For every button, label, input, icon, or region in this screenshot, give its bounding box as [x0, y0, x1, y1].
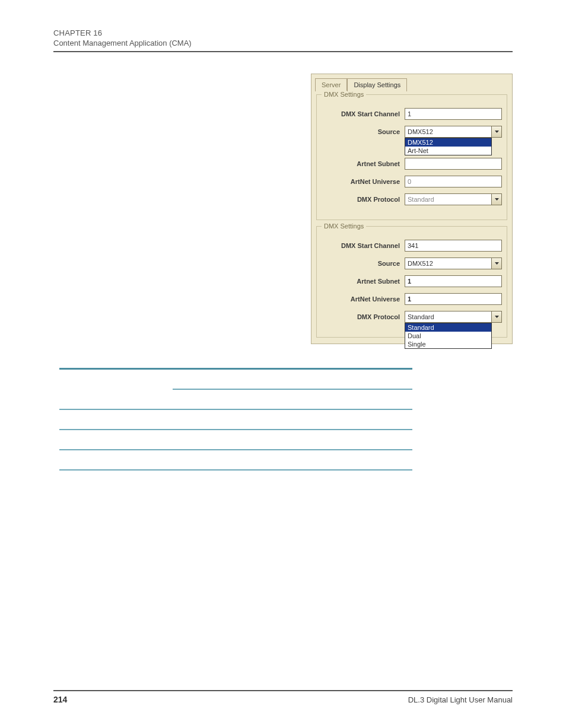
option-artnet[interactable]: Art-Net — [405, 147, 491, 155]
label-dmx-start-channel: DMX Start Channel — [322, 110, 405, 117]
row-dmx-protocol: DMX Protocol Standard Standard Dual Sing… — [322, 311, 502, 323]
chapter-subtitle: Content Management Application (CMA) — [53, 39, 513, 52]
group-legend: DMX Settings — [322, 91, 366, 98]
footer-title: DL.3 Digital Light User Manual — [408, 695, 513, 704]
group-legend: DMX Settings — [322, 222, 366, 230]
option-dual[interactable]: Dual — [405, 332, 491, 340]
table-cell — [233, 450, 292, 470]
table-row — [59, 409, 412, 430]
svg-marker-0 — [495, 131, 499, 133]
table-cell — [233, 409, 292, 430]
select-source-value: DMX512 — [405, 126, 492, 138]
option-standard[interactable]: Standard — [405, 323, 491, 332]
input-dmx-start-channel[interactable] — [405, 108, 502, 120]
tab-display-settings[interactable]: Display Settings — [347, 78, 407, 91]
page-number: 214 — [53, 695, 67, 704]
row-artnet-subnet: Artnet Subnet — [322, 275, 502, 287]
table-header-cell — [233, 389, 292, 409]
select-dmx-protocol[interactable]: Standard — [405, 193, 502, 205]
table-header-cell — [59, 369, 173, 409]
table-cell — [173, 409, 233, 430]
table-header-cell — [292, 369, 412, 389]
table-cell — [292, 430, 352, 450]
row-dmx-start-channel: DMX Start Channel — [322, 240, 502, 252]
row-artnet-universe: ArtNet Universe — [322, 293, 502, 305]
settings-screenshot: Server Display Settings DMX Settings DMX… — [311, 74, 513, 344]
table-cell — [59, 409, 173, 430]
label-source: Source — [322, 260, 405, 267]
label-artnet-subnet: Artnet Subnet — [322, 278, 405, 285]
dropdown-source[interactable]: DMX512 Art-Net — [405, 138, 492, 155]
input-artnet-universe[interactable] — [405, 176, 502, 187]
table-header-cell — [173, 389, 233, 409]
label-dmx-protocol: DMX Protocol — [322, 196, 405, 203]
row-dmx-protocol: DMX Protocol Standard — [322, 193, 502, 205]
select-dmx-protocol[interactable]: Standard Standard Dual Single — [405, 311, 502, 323]
table-row — [59, 430, 412, 450]
row-source: Source DMX512 — [322, 257, 502, 269]
table-cell — [352, 450, 412, 470]
table-header-row-1 — [59, 369, 412, 389]
row-source: Source DMX512 DMX512 Art-Net — [322, 126, 502, 138]
table-cell — [352, 409, 412, 430]
input-artnet-universe[interactable] — [405, 293, 502, 305]
table-header-cell — [292, 389, 352, 409]
screenshot-container: Server Display Settings DMX Settings DMX… — [53, 74, 513, 344]
table-cell — [59, 450, 173, 470]
table-cell — [292, 409, 352, 430]
chapter-label: CHAPTER 16 — [53, 28, 513, 37]
option-single[interactable]: Single — [405, 340, 491, 348]
table-cell — [292, 450, 352, 470]
row-dmx-start-channel: DMX Start Channel — [322, 108, 502, 120]
select-source[interactable]: DMX512 — [405, 257, 502, 269]
option-dmx512[interactable]: DMX512 — [405, 138, 491, 147]
table-row — [59, 450, 412, 470]
select-source-value: DMX512 — [405, 257, 492, 269]
select-dmx-protocol-value: Standard — [405, 311, 492, 323]
svg-marker-1 — [495, 198, 499, 201]
table-cell — [173, 430, 233, 450]
row-artnet-subnet: Artnet Subnet — [322, 158, 502, 170]
table-cell — [173, 450, 233, 470]
label-dmx-start-channel: DMX Start Channel — [322, 242, 405, 249]
tab-bar: Server Display Settings — [311, 74, 512, 91]
chevron-down-icon[interactable] — [492, 257, 502, 269]
page-footer: 214 DL.3 Digital Light User Manual — [53, 690, 513, 704]
label-artnet-universe: ArtNet Universe — [322, 295, 405, 303]
input-artnet-subnet[interactable] — [405, 275, 502, 287]
row-artnet-universe: ArtNet Universe — [322, 176, 502, 187]
table-cell — [233, 430, 292, 450]
table-header-cell — [173, 369, 292, 389]
svg-marker-3 — [495, 316, 499, 318]
chevron-down-icon[interactable] — [492, 193, 502, 205]
input-artnet-subnet[interactable] — [405, 158, 502, 170]
chevron-down-icon[interactable] — [492, 126, 502, 138]
select-dmx-protocol-value: Standard — [405, 193, 492, 205]
table-cell — [59, 430, 173, 450]
dmx-settings-group-2: DMX Settings DMX Start Channel Source DM… — [316, 226, 507, 338]
chevron-down-icon[interactable] — [492, 311, 502, 323]
label-artnet-subnet: Artnet Subnet — [322, 160, 405, 167]
label-dmx-protocol: DMX Protocol — [322, 313, 405, 320]
empty-table — [59, 368, 412, 471]
page-header: CHAPTER 16 Content Management Applicatio… — [53, 28, 513, 52]
label-artnet-universe: ArtNet Universe — [322, 178, 405, 185]
label-source: Source — [322, 128, 405, 135]
select-source[interactable]: DMX512 DMX512 Art-Net — [405, 126, 502, 138]
tab-server[interactable]: Server — [315, 78, 347, 91]
dropdown-dmx-protocol[interactable]: Standard Dual Single — [405, 323, 492, 349]
table-cell — [352, 430, 412, 450]
input-dmx-start-channel[interactable] — [405, 240, 502, 252]
table-header-cell — [352, 389, 412, 409]
dmx-settings-group-1: DMX Settings DMX Start Channel Source DM… — [316, 94, 507, 220]
svg-marker-2 — [495, 262, 499, 265]
